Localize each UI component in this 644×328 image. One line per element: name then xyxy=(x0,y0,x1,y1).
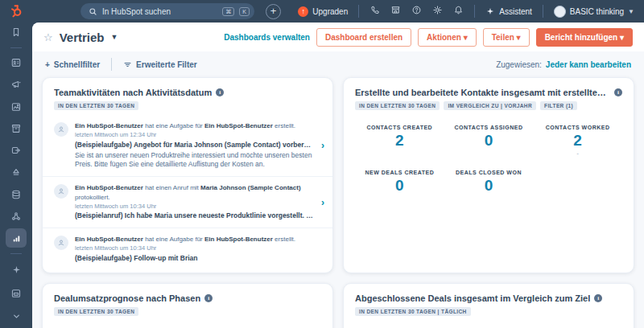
card-contacts-summary: Erstellte und bearbeitete Kontakte insge… xyxy=(343,77,634,273)
dashboard-header: ☆ Vertrieb ▼ Dashboards verwalten Dashbo… xyxy=(32,23,644,51)
commerce-icon[interactable] xyxy=(0,117,32,139)
card-closed-deals-vs-goal: Abgeschlossene Deals insgesamt im Vergle… xyxy=(343,283,634,328)
nav-divider xyxy=(358,5,359,18)
sidebar-divider xyxy=(10,253,22,254)
filter-badge: FILTER (1) xyxy=(540,101,577,110)
search-icon xyxy=(89,7,97,16)
upgrade-button[interactable]: ↑ Upgraden xyxy=(298,6,348,17)
marketing-icon[interactable] xyxy=(0,74,32,96)
date-range-badge: IN DEN LETZTEN 30 TAGEN xyxy=(54,101,138,110)
activity-timestamp: letzten Mittwoch um 12:34 Uhr xyxy=(75,131,313,140)
manage-dashboards-link[interactable]: Dashboards verwalten xyxy=(224,33,310,42)
advanced-filter-button[interactable]: Erweiterte Filter xyxy=(123,60,197,69)
plus-icon: + xyxy=(45,60,50,69)
activity-subject[interactable]: (Beispielaufgabe) Follow-up mit Brian xyxy=(75,254,324,264)
reporting-active-highlight xyxy=(6,228,27,248)
crm-contacts-icon[interactable] xyxy=(0,52,32,74)
nav-divider xyxy=(543,5,543,18)
bookmark-icon[interactable] xyxy=(0,21,32,43)
sales-icon[interactable] xyxy=(0,140,32,162)
dashboard-grid: Teamaktivitäten nach Aktivitätsdatum i I… xyxy=(32,77,644,328)
global-create-button[interactable]: + xyxy=(266,4,281,19)
main-content: ☆ Vertrieb ▼ Dashboards verwalten Dashbo… xyxy=(32,23,644,328)
date-range-badge: IN DEN LETZTEN 30 TAGEN | TÄGLICH xyxy=(355,307,471,316)
activity-summary: Ein HubSpot-Benutzer hat einen Anruf mit… xyxy=(75,183,313,201)
activity-summary: Ein HubSpot-Benutzer hat eine Aufgabe fü… xyxy=(75,121,313,130)
share-button[interactable]: Teilen ▾ xyxy=(483,28,530,47)
account-menu[interactable]: BASIC thinking ▼ xyxy=(554,6,634,18)
activity-timestamp: letzten Mittwoch um 10:34 Uhr xyxy=(75,203,313,211)
sidebar-divider xyxy=(10,47,22,48)
info-icon[interactable]: i xyxy=(614,88,622,96)
data-icon[interactable] xyxy=(0,183,32,205)
actions-button[interactable]: Aktionen ▾ xyxy=(418,28,477,47)
assigned-label: Zugewiesen: xyxy=(496,60,542,69)
metrics-grid: CONTACTS CREATED 2 CONTACTS ASSIGNED 0 C… xyxy=(344,115,634,211)
metric-new-deals-created: NEW DEALS CREATED 0 xyxy=(355,170,444,202)
phone-icon[interactable] xyxy=(369,4,380,18)
comparison-badge: IM VERGLEICH ZU | VORJAHR xyxy=(444,101,536,110)
search-input[interactable]: In HubSpot suchen ⌘ K xyxy=(80,3,254,19)
activity-summary: Ein HubSpot-Benutzer hat eine Aufgabe fü… xyxy=(75,235,324,244)
chevron-right-icon[interactable]: › xyxy=(320,140,324,151)
metric-deals-closed-won: DEALS CLOSED WON 0 xyxy=(444,170,534,202)
metric-contacts-worked: CONTACTS WORKED 2 - xyxy=(533,125,622,157)
activity-body: Sie ist an unserer neuen Produktreihe in… xyxy=(75,151,313,170)
date-range-badge: IN DEN LETZTEN 30 TAGEN xyxy=(54,307,138,316)
favorite-star-icon[interactable]: ☆ xyxy=(43,31,53,43)
user-avatar-icon xyxy=(54,122,68,137)
activity-subject[interactable]: (Beispielanruf) Ich habe Maria unsere ne… xyxy=(75,211,313,221)
info-icon[interactable]: i xyxy=(204,294,213,302)
search-placeholder: In HubSpot suchen xyxy=(102,7,217,16)
dashboard-switcher-caret-icon[interactable]: ▼ xyxy=(111,33,118,41)
sidebar xyxy=(0,0,32,328)
info-icon[interactable]: i xyxy=(594,294,602,302)
settings-gear-icon[interactable] xyxy=(432,4,443,18)
card-team-activities: Teamaktivitäten nach Aktivitätsdatum i I… xyxy=(42,77,333,273)
create-dashboard-button[interactable]: Dashboard erstellen xyxy=(316,28,411,47)
avatar xyxy=(554,6,566,18)
user-avatar-icon xyxy=(54,184,68,199)
upgrade-arrow-icon: ↑ xyxy=(298,6,308,17)
date-range-badge: IN DEN LETZTEN 30 TAGEN xyxy=(355,101,440,110)
k-key-badge: K xyxy=(239,7,250,16)
chevron-right-icon[interactable]: › xyxy=(320,197,324,208)
activity-row[interactable]: Ein HubSpot-Benutzer hat eine Aufgabe fü… xyxy=(43,115,332,176)
metric-contacts-created: CONTACTS CREATED 2 xyxy=(355,125,444,157)
workspace-icon[interactable] xyxy=(0,281,32,305)
page-title[interactable]: Vertrieb xyxy=(60,31,105,44)
activity-row[interactable]: Ein HubSpot-Benutzer hat eine Aufgabe fü… xyxy=(43,228,332,270)
help-icon[interactable] xyxy=(411,4,422,18)
metric-contacts-assigned: CONTACTS ASSIGNED 0 xyxy=(444,125,534,157)
filter-divider xyxy=(111,58,112,71)
assistant-sparkle-icon xyxy=(485,6,495,16)
card-title: Abgeschlossene Deals insgesamt im Vergle… xyxy=(355,293,590,303)
content-icon[interactable] xyxy=(0,96,32,117)
user-avatar-icon xyxy=(54,236,68,250)
service-icon[interactable] xyxy=(0,162,32,183)
assistant-button[interactable]: Assistent xyxy=(485,6,532,16)
top-navbar: In HubSpot suchen ⌘ K + ↑ Upgraden Assis… xyxy=(0,0,644,23)
reporting-icon[interactable] xyxy=(0,228,32,249)
quick-filter-button[interactable]: + Schnellfilter xyxy=(45,60,100,69)
cmd-key-badge: ⌘ xyxy=(222,7,234,16)
card-deal-forecast: Dealumsatzprognose nach Phasen i IN DEN … xyxy=(42,283,333,328)
automation-icon[interactable] xyxy=(0,205,32,227)
marketplace-icon[interactable] xyxy=(390,4,401,18)
nav-divider xyxy=(474,5,475,18)
card-title: Teamaktivitäten nach Aktivitätsdatum xyxy=(54,88,212,97)
info-icon[interactable]: i xyxy=(216,88,224,96)
activity-timestamp: letzten Mittwoch um 10:34 Uhr xyxy=(75,244,324,253)
filter-sliders-icon xyxy=(123,60,132,69)
card-title: Dealumsatzprognose nach Phasen xyxy=(54,293,200,303)
breeze-sparkle-icon[interactable] xyxy=(0,258,32,281)
notifications-bell-icon[interactable] xyxy=(453,4,464,18)
activity-subject[interactable]: (Beispielaufgabe) Angebot für Maria John… xyxy=(75,141,313,150)
chevron-down-icon: ▼ xyxy=(628,8,634,15)
add-report-button[interactable]: Bericht hinzufügen ▾ xyxy=(536,28,633,47)
chevron-down-icon[interactable] xyxy=(0,305,32,328)
activity-row[interactable]: Ein HubSpot-Benutzer hat einen Anruf mit… xyxy=(43,176,332,228)
filter-bar: + Schnellfilter Erweiterte Filter Zugewi… xyxy=(32,51,644,77)
assigned-permission-link[interactable]: Jeder kann bearbeiten xyxy=(546,60,631,69)
account-name: BASIC thinking xyxy=(570,7,624,16)
